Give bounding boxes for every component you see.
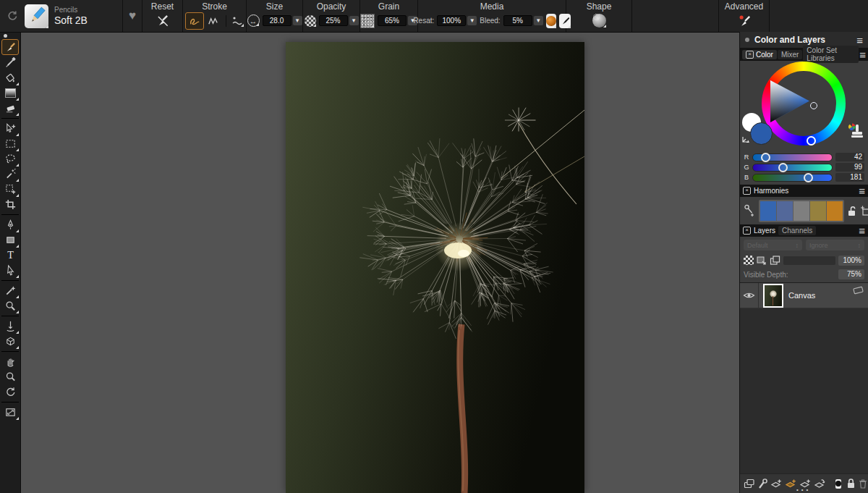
size-icon[interactable]: ↔ bbox=[247, 14, 260, 27]
paint-bucket-tool[interactable] bbox=[1, 70, 19, 85]
red-slider-knob[interactable] bbox=[761, 153, 770, 162]
layer-name[interactable]: Canvas bbox=[788, 291, 815, 300]
text-tool[interactable]: T bbox=[1, 248, 19, 263]
stroke-straight-button[interactable] bbox=[207, 15, 219, 28]
hue-selector[interactable] bbox=[807, 136, 816, 146]
divine-proportion-tool[interactable] bbox=[1, 319, 19, 334]
resat-value[interactable]: 100% bbox=[437, 15, 466, 26]
layers-menu-icon[interactable]: ≡ bbox=[859, 225, 865, 236]
harmony-picker-icon[interactable] bbox=[743, 203, 756, 218]
red-slider[interactable] bbox=[752, 153, 833, 161]
dynamic-plugins-icon[interactable] bbox=[757, 478, 768, 489]
size-dropdown-arrow[interactable]: ▾ bbox=[293, 16, 302, 25]
layer-visibility-eye-icon[interactable] bbox=[743, 290, 755, 300]
blue-slider[interactable] bbox=[752, 174, 833, 182]
blue-value[interactable]: 181 bbox=[835, 173, 864, 182]
harmony-swatch[interactable] bbox=[827, 201, 843, 221]
layer-mask-icon[interactable] bbox=[835, 479, 841, 489]
perspective-grid-tool[interactable] bbox=[1, 334, 19, 349]
layer-list[interactable]: Canvas bbox=[740, 282, 868, 473]
close-layers-icon[interactable]: × bbox=[743, 227, 751, 235]
grabber-hand-tool[interactable] bbox=[1, 354, 19, 369]
main-color-swatch[interactable] bbox=[750, 122, 773, 145]
harmony-add-icon[interactable] bbox=[860, 205, 868, 217]
panel-menu-icon[interactable]: ≡ bbox=[856, 35, 863, 46]
opacity-icon[interactable] bbox=[305, 15, 316, 27]
canvas[interactable] bbox=[286, 42, 584, 493]
brush-selector[interactable]: Pencils Soft 2B ♥ bbox=[0, 0, 142, 32]
grain-dropdown[interactable]: 65% ▾ bbox=[378, 15, 417, 26]
bleed-value[interactable]: 5% bbox=[503, 15, 532, 26]
fit-to-screen-tool[interactable] bbox=[1, 405, 19, 420]
gradient-tool[interactable] bbox=[1, 85, 19, 101]
rectangle-shape-tool[interactable] bbox=[1, 232, 19, 248]
stroke-options-button[interactable] bbox=[226, 15, 244, 27]
dropper-tool[interactable] bbox=[1, 55, 19, 70]
blue-slider-knob[interactable] bbox=[804, 173, 813, 182]
new-layer-icon[interactable] bbox=[770, 478, 783, 489]
harmony-swatch[interactable] bbox=[793, 201, 809, 221]
pickup-underlying-icon[interactable] bbox=[757, 256, 767, 266]
lasso-tool[interactable] bbox=[1, 151, 19, 167]
convert-layer-icon[interactable] bbox=[814, 478, 826, 489]
size-value[interactable]: 28.0 bbox=[263, 15, 292, 26]
transform-selection-tool[interactable] bbox=[1, 182, 19, 197]
close-tab-icon[interactable]: × bbox=[746, 51, 754, 59]
delete-layer-icon[interactable] bbox=[858, 478, 868, 489]
layer-opacity-slider[interactable] bbox=[783, 256, 835, 265]
opacity-dropdown[interactable]: 25% ▾ bbox=[319, 15, 359, 26]
color-set-stamp-icon[interactable] bbox=[848, 123, 864, 140]
preserve-transparency-icon[interactable] bbox=[744, 256, 754, 265]
layer-row-canvas[interactable]: Canvas bbox=[740, 283, 868, 308]
lock-layer-icon[interactable] bbox=[846, 478, 856, 489]
bleed-dropdown-arrow[interactable]: ▾ bbox=[534, 16, 543, 25]
media-oil-icon[interactable] bbox=[546, 14, 556, 28]
rectangular-selection-tool[interactable] bbox=[1, 136, 19, 151]
harmonies-menu-icon[interactable]: ≡ bbox=[859, 185, 865, 196]
tab-color[interactable]: × Color bbox=[742, 50, 777, 59]
green-value[interactable]: 99 bbox=[835, 163, 864, 172]
grain-value[interactable]: 65% bbox=[378, 15, 407, 26]
opacity-dropdown-arrow[interactable]: ▾ bbox=[349, 16, 359, 25]
bleed-dropdown[interactable]: 5% ▾ bbox=[503, 15, 543, 26]
magnifier-tool[interactable] bbox=[1, 369, 19, 384]
green-slider-knob[interactable] bbox=[778, 163, 788, 172]
sv-selector[interactable] bbox=[810, 102, 817, 109]
more-commands-dots[interactable]: ••• bbox=[796, 486, 811, 493]
kaleidoscope-tool[interactable] bbox=[1, 298, 19, 313]
harmony-swatch[interactable] bbox=[810, 201, 826, 221]
opacity-value[interactable]: 25% bbox=[319, 15, 348, 26]
brush-tool[interactable] bbox=[1, 39, 19, 55]
tab-mixer[interactable]: Mixer bbox=[778, 50, 802, 59]
shape-selection-tool[interactable] bbox=[1, 263, 19, 278]
rotate-page-tool[interactable] bbox=[1, 384, 19, 400]
color-tab-menu-icon[interactable]: ≡ bbox=[859, 49, 866, 60]
resat-dropdown[interactable]: 100% ▾ bbox=[437, 15, 477, 26]
tab-layers[interactable]: Layers bbox=[754, 227, 775, 235]
magic-wand-tool[interactable] bbox=[1, 167, 19, 182]
new-watercolor-layer-icon[interactable] bbox=[785, 478, 797, 489]
toolbox-drag-handle[interactable] bbox=[4, 34, 7, 38]
harmony-unlock-icon[interactable] bbox=[847, 205, 857, 217]
restore-default-brush-icon[interactable] bbox=[6, 9, 19, 22]
stroke-freehand-button[interactable] bbox=[185, 12, 204, 30]
pen-tool[interactable] bbox=[1, 217, 19, 232]
crop-tool[interactable] bbox=[1, 197, 19, 212]
brush-variant-thumbnail[interactable] bbox=[25, 4, 48, 28]
swap-colors-icon[interactable] bbox=[741, 135, 751, 144]
resat-dropdown-arrow[interactable]: ▾ bbox=[467, 16, 477, 25]
grain-texture-icon[interactable] bbox=[360, 14, 375, 28]
red-value[interactable]: 42 bbox=[835, 153, 864, 161]
close-harmonies-icon[interactable]: × bbox=[743, 187, 751, 195]
eraser-tool[interactable] bbox=[1, 101, 19, 116]
advanced-brush-settings-button[interactable] bbox=[737, 14, 752, 28]
size-dropdown[interactable]: 28.0 ▾ bbox=[263, 15, 302, 26]
tab-channels[interactable]: Channels bbox=[778, 226, 816, 235]
layer-thumbnail[interactable] bbox=[763, 284, 783, 308]
favorite-heart-icon[interactable]: ♥ bbox=[122, 0, 136, 32]
mirror-painting-tool[interactable] bbox=[1, 283, 19, 298]
visible-depth-value[interactable]: 75% bbox=[838, 269, 864, 279]
shape-dab-icon[interactable] bbox=[592, 14, 606, 28]
harmony-swatch[interactable] bbox=[777, 201, 793, 221]
green-slider[interactable] bbox=[752, 164, 833, 172]
